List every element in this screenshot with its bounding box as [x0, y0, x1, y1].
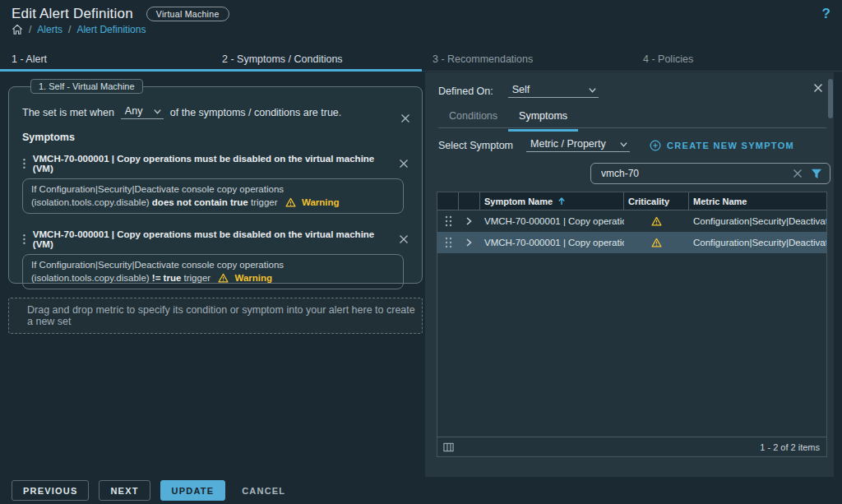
header-expand-column — [459, 192, 480, 210]
alert-set-legend: 1. Self - Virtual Machine — [30, 79, 143, 94]
home-icon[interactable] — [12, 24, 23, 35]
active-steps-underline — [0, 69, 422, 72]
header-symptom-name[interactable]: Symptom Name — [480, 192, 624, 210]
column-settings-icon[interactable] — [443, 442, 454, 452]
header-drag-column — [437, 192, 459, 210]
drag-handle-icon[interactable] — [22, 234, 26, 245]
breadcrumb-separator: / — [29, 24, 31, 35]
plus-circle-icon — [650, 140, 661, 151]
tab-symptoms[interactable]: Symptoms — [508, 110, 578, 132]
row-symptom-name: VMCH-70-000001 | Copy operations … — [480, 238, 624, 247]
table-row[interactable]: VMCH-70-000001 | Copy operations … Confi… — [437, 210, 826, 232]
filter-icon[interactable] — [811, 169, 822, 179]
header-criticality[interactable]: Criticality — [624, 192, 689, 210]
tabs-divider — [438, 127, 826, 128]
symptom-title: VMCH-70-000001 | Copy operations must be… — [33, 229, 387, 249]
symptoms-heading: Symptoms — [22, 132, 409, 143]
symptom-type-value: Metric / Property — [530, 138, 606, 150]
next-button[interactable]: NEXT — [99, 480, 150, 501]
header-symptom-name-label: Symptom Name — [484, 197, 553, 206]
warning-icon — [651, 216, 662, 226]
chevron-down-icon — [619, 140, 628, 149]
symptom-condition-box: If Configuration|Security|Deactivate con… — [22, 178, 404, 214]
previous-button[interactable]: PREVIOUS — [12, 480, 89, 501]
warning-icon — [218, 273, 229, 283]
header-criticality-label: Criticality — [628, 197, 669, 206]
drop-zone-text: Drag and drop metric to specify its cond… — [27, 304, 422, 327]
row-symptom-name: VMCH-70-000001 | Copy operations … — [480, 216, 624, 226]
condition-severity: Warning — [302, 197, 340, 207]
panel-tabs: Conditions Symptoms — [438, 110, 578, 132]
drag-handle-icon[interactable] — [445, 237, 452, 248]
met-when-suffix: of the symptoms / conditions are true. — [170, 107, 341, 118]
step-3-recommendations[interactable]: 3 - Recommendations — [421, 53, 632, 65]
page-title: Edit Alert Definition — [12, 6, 133, 22]
clear-search-icon[interactable] — [793, 169, 803, 178]
alert-set-container: 1. Self - Virtual Machine The set is met… — [8, 79, 423, 284]
row-expand-cell — [459, 217, 480, 225]
remove-symptom-icon[interactable] — [399, 159, 409, 169]
row-drag-cell — [437, 237, 459, 248]
cancel-button[interactable]: CANCEL — [235, 480, 292, 501]
condition-operator: != — [152, 273, 161, 283]
breadcrumb-link-alert-definitions[interactable]: Alert Definitions — [76, 24, 146, 35]
symptom-type-select[interactable]: Metric / Property — [526, 138, 630, 152]
match-any-select[interactable]: Any — [121, 105, 164, 119]
defined-on-label: Defined On: — [438, 86, 493, 97]
remove-set-icon[interactable] — [400, 113, 410, 123]
close-panel-icon[interactable] — [813, 83, 823, 93]
row-count: 1 - 2 of 2 items — [760, 442, 820, 452]
select-symptom-row: Select Symptom Metric / Property CREATE … — [438, 138, 794, 152]
symptom-condition-box: If Configuration|Security|Deactivate con… — [22, 254, 404, 289]
chevron-down-icon — [588, 86, 597, 95]
condition-value: true — [230, 197, 248, 207]
caret-right-icon[interactable] — [465, 217, 473, 225]
caret-right-icon[interactable] — [465, 238, 473, 247]
symptoms-table: Symptom Name Criticality Metric Name VMC… — [437, 192, 827, 457]
drag-handle-icon[interactable] — [22, 158, 26, 169]
defined-on-row: Defined On: Self — [438, 84, 599, 98]
defined-on-value: Self — [512, 84, 530, 95]
condition-trigger-label: trigger — [184, 273, 211, 283]
step-1-alert[interactable]: 1 - Alert — [0, 53, 210, 65]
met-when-prefix: The set is met when — [22, 107, 114, 118]
remove-symptom-icon[interactable] — [399, 234, 409, 244]
row-criticality — [624, 238, 689, 247]
match-any-value: Any — [125, 105, 143, 117]
table-empty-body — [437, 253, 826, 437]
panel-scrollbar-thumb[interactable] — [828, 79, 833, 118]
table-footer: 1 - 2 of 2 items — [437, 437, 826, 456]
inactive-steps-underline — [422, 71, 842, 72]
symptom-search-box — [590, 163, 830, 184]
symptom-picker-panel: Defined On: Self Conditions Symptoms Sel… — [425, 72, 834, 477]
symptom-item-header: VMCH-70-000001 | Copy operations must be… — [22, 229, 409, 249]
table-row-selected[interactable]: VMCH-70-000001 | Copy operations … Confi… — [437, 232, 826, 253]
drag-handle-icon[interactable] — [445, 215, 452, 227]
help-icon[interactable]: ? — [822, 6, 830, 22]
breadcrumb-link-alerts[interactable]: Alerts — [37, 24, 62, 35]
select-symptom-label: Select Symptom — [438, 140, 513, 151]
warning-icon — [285, 197, 296, 207]
create-new-symptom-label: CREATE NEW SYMPTOM — [667, 141, 794, 150]
warning-icon — [651, 238, 662, 247]
breadcrumb: / Alerts / Alert Definitions — [12, 24, 146, 35]
row-drag-cell — [437, 215, 459, 227]
tab-conditions[interactable]: Conditions — [438, 110, 508, 132]
wizard-steps: 1 - Alert 2 - Symptoms / Conditions 3 - … — [0, 53, 842, 65]
header-metric-name[interactable]: Metric Name — [689, 192, 826, 210]
page-header: Edit Alert Definition Virtual Machine — [12, 6, 229, 22]
breadcrumb-separator: / — [68, 24, 71, 35]
update-button[interactable]: UPDATE — [160, 480, 226, 501]
search-input[interactable] — [601, 168, 793, 179]
step-2-symptoms-conditions[interactable]: 2 - Symptoms / Conditions — [210, 53, 421, 65]
create-new-symptom-button[interactable]: CREATE NEW SYMPTOM — [650, 140, 794, 151]
row-metric-name: Configuration|Security|Deactivate … — [689, 216, 826, 226]
sort-ascending-icon — [557, 197, 566, 206]
defined-on-select[interactable]: Self — [508, 84, 599, 98]
step-4-policies[interactable]: 4 - Policies — [632, 53, 842, 65]
new-set-drop-zone[interactable]: Drag and drop metric to specify its cond… — [8, 298, 423, 334]
condition-trigger-label: trigger — [251, 197, 278, 207]
header-metric-name-label: Metric Name — [693, 197, 747, 206]
wizard-action-bar: PREVIOUS NEXT UPDATE CANCEL — [12, 480, 292, 501]
row-expand-cell — [459, 238, 480, 247]
